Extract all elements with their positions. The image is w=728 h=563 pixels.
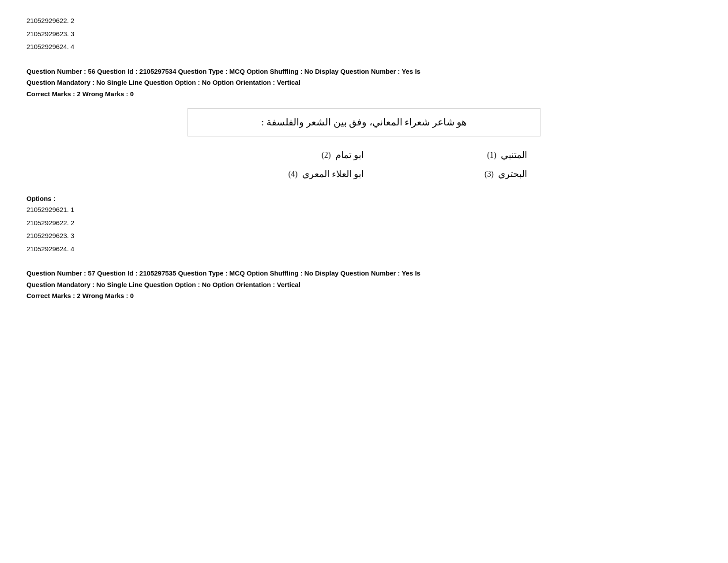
question-57-meta-line2: Question Mandatory : No Single Line Ques… [26,279,702,291]
option-text-3: البحتري [498,169,527,180]
question-56-meta-line2: Question Mandatory : No Single Line Ques… [26,77,702,88]
top-option-2: 21052929623. 3 [26,28,702,40]
question-57-meta: Question Number : 57 Question Id : 21052… [26,268,702,302]
option-item-4: ابو العلاء المعري (4) [201,169,364,180]
option-item-3: البحتري (3) [364,169,527,180]
option-item-2: ابو تمام (2) [201,150,364,161]
question-56-options-grid: المتنبي (1) ابو تمام (2) البحتري (3) ابو… [188,145,540,184]
question-57-meta-line3: Correct Marks : 2 Wrong Marks : 0 [26,290,702,302]
question-56: Question Number : 56 Question Id : 21052… [26,66,702,255]
option-id-1: 21052929621. 1 [26,204,702,215]
option-text-4: ابو العلاء المعري [302,169,364,180]
option-id-2: 21052929622. 2 [26,217,702,229]
top-option-3: 21052929624. 4 [26,41,702,53]
option-text-2: ابو تمام [335,150,364,161]
option-num-1: (1) [487,151,496,160]
options-label-56: Options : [26,195,702,202]
question-56-meta: Question Number : 56 Question Id : 21052… [26,66,702,100]
question-56-arabic-text: هو شاعر شعراء المعاني، وفق بين الشعر وال… [188,108,540,136]
option-id-3: 21052929623. 3 [26,230,702,242]
question-57-meta-line1: Question Number : 57 Question Id : 21052… [26,268,702,279]
option-id-4: 21052929624. 4 [26,243,702,255]
question-56-meta-line3: Correct Marks : 2 Wrong Marks : 0 [26,88,702,100]
question-56-meta-line1: Question Number : 56 Question Id : 21052… [26,66,702,77]
option-num-3: (3) [484,170,494,179]
option-item-1: المتنبي (1) [364,150,527,161]
option-num-2: (2) [322,151,331,160]
top-options-list: 21052929622. 2 21052929623. 3 2105292962… [26,15,702,53]
option-text-1: المتنبي [501,150,527,161]
question-57: Question Number : 57 Question Id : 21052… [26,268,702,302]
top-option-1: 21052929622. 2 [26,15,702,26]
option-num-4: (4) [289,170,298,179]
